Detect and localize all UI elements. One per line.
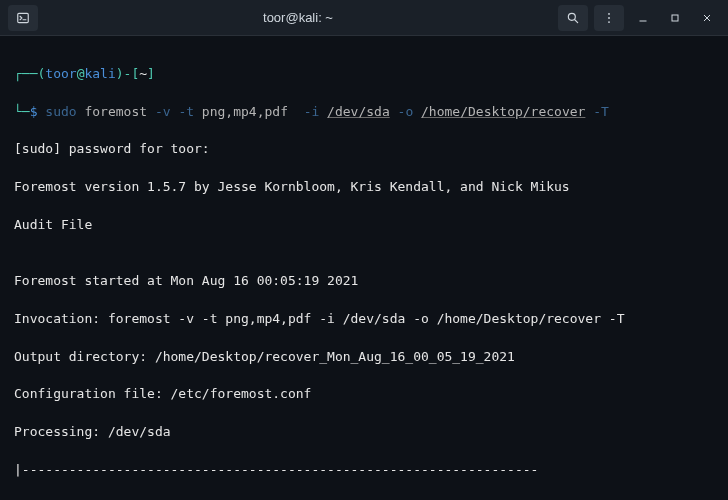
cmd-name: foremost xyxy=(84,104,154,119)
prompt-line-2: └─$ sudo foremost -v -t png,mp4,pdf -i /… xyxy=(14,103,714,122)
invocation-line: Invocation: foremost -v -t png,mp4,pdf -… xyxy=(14,310,714,329)
prompt-decor2: )-[ xyxy=(116,66,139,81)
window-title: toor@kali: ~ xyxy=(38,10,558,25)
flag-t: -t xyxy=(178,104,194,119)
close-button[interactable] xyxy=(694,5,720,31)
titlebar: toor@kali: ~ xyxy=(0,0,728,36)
menu-button[interactable] xyxy=(594,5,624,31)
minimize-button[interactable] xyxy=(630,5,656,31)
svg-rect-7 xyxy=(672,15,678,21)
outdir-line: Output directory: /home/Desktop/recover_… xyxy=(14,348,714,367)
divider-line: |---------------------------------------… xyxy=(14,461,714,480)
search-button[interactable] xyxy=(558,5,588,31)
svg-rect-0 xyxy=(18,13,29,22)
svg-point-4 xyxy=(608,17,610,19)
started-line: Foremost started at Mon Aug 16 00:05:19 … xyxy=(14,272,714,291)
svg-point-5 xyxy=(608,21,610,23)
minimize-icon xyxy=(637,12,649,24)
flag-T: -T xyxy=(593,104,609,119)
arg-device: /dev/sda xyxy=(327,104,390,119)
close-icon xyxy=(701,12,713,24)
flag-v: -v xyxy=(155,104,171,119)
prompt-user: toor xyxy=(45,66,76,81)
prompt-decor4: └─ xyxy=(14,104,30,119)
cmd-sudo: sudo xyxy=(45,104,84,119)
svg-point-1 xyxy=(568,13,575,20)
arg-output: /home/Desktop/recover xyxy=(421,104,585,119)
prompt-decor3: ] xyxy=(147,66,155,81)
terminal-icon xyxy=(16,11,30,25)
prompt-sigil: $ xyxy=(30,104,46,119)
prompt-line-1: ┌──(toor@kali)-[~] xyxy=(14,65,714,84)
svg-line-2 xyxy=(575,19,578,22)
processing-line: Processing: /dev/sda xyxy=(14,423,714,442)
flag-i: -i xyxy=(304,104,320,119)
prompt-decor: ┌──( xyxy=(14,66,45,81)
search-icon xyxy=(566,11,580,25)
svg-point-3 xyxy=(608,12,610,14)
kebab-icon xyxy=(602,11,616,25)
prompt-host: kali xyxy=(84,66,115,81)
flag-o: -o xyxy=(398,104,414,119)
maximize-icon xyxy=(669,12,681,24)
sudo-password-line: [sudo] password for toor: xyxy=(14,140,714,159)
maximize-button[interactable] xyxy=(662,5,688,31)
version-line: Foremost version 1.5.7 by Jesse Kornbloo… xyxy=(14,178,714,197)
app-icon-button[interactable] xyxy=(8,5,38,31)
audit-line: Audit File xyxy=(14,216,714,235)
conf-line: Configuration file: /etc/foremost.conf xyxy=(14,385,714,404)
prompt-cwd: ~ xyxy=(139,66,147,81)
terminal-body[interactable]: ┌──(toor@kali)-[~] └─$ sudo foremost -v … xyxy=(0,36,728,500)
